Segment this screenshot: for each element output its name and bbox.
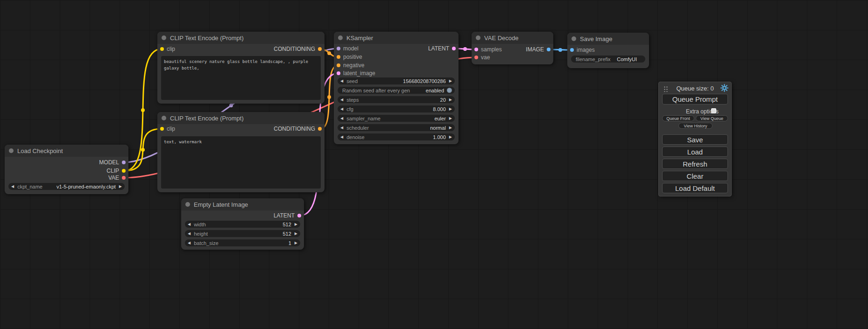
latent-image-input-port[interactable] — [337, 71, 340, 75]
widget-value: normal — [430, 125, 446, 131]
collapse-dot-icon[interactable] — [185, 202, 190, 207]
node-titlebar[interactable]: Empty Latent Image — [181, 198, 304, 210]
widget-label: cfg — [346, 106, 353, 112]
increment-arrow-icon[interactable]: ▶ — [449, 124, 452, 131]
clip-output-port[interactable] — [122, 169, 126, 173]
widget-label: steps — [346, 97, 359, 103]
node-title: Save Image — [580, 35, 612, 42]
positive-prompt-textarea[interactable]: beautiful scenery nature glass bottle la… — [161, 56, 321, 100]
vae-output-port[interactable] — [122, 176, 126, 180]
increment-arrow-icon[interactable]: ▶ — [449, 105, 452, 112]
positive-input-port[interactable] — [337, 55, 340, 59]
latent-output-port[interactable] — [297, 214, 301, 217]
save-button[interactable]: Save — [662, 134, 728, 145]
node-titlebar[interactable]: VAE Decode — [472, 32, 553, 44]
node-titlebar[interactable]: CLIP Text Encode (Prompt) — [157, 112, 325, 124]
node-clip-text-encode-negative: CLIP Text Encode (Prompt) clip CONDITION… — [157, 112, 325, 192]
model-input-port[interactable] — [337, 47, 340, 50]
load-default-button[interactable]: Load Default — [662, 183, 728, 193]
clip-input-port[interactable] — [160, 127, 164, 131]
increment-arrow-icon[interactable]: ▶ — [449, 115, 452, 122]
input-slot-images: images — [570, 46, 595, 54]
collapse-dot-icon[interactable] — [476, 35, 480, 40]
latent-output-port[interactable] — [452, 47, 456, 50]
decrement-arrow-icon[interactable]: ◀ — [340, 133, 343, 140]
refresh-button[interactable]: Refresh — [662, 159, 728, 169]
decrement-arrow-icon[interactable]: ◀ — [11, 183, 14, 190]
filename-prefix-widget[interactable]: filename_prefix ComfyUI — [571, 56, 645, 63]
extra-options-checkbox[interactable] — [711, 108, 716, 113]
denoise-widget[interactable]: ◀ denoise 1.000 ▶ — [338, 133, 455, 140]
collapse-dot-icon[interactable] — [162, 116, 166, 120]
increment-arrow-icon[interactable]: ▶ — [449, 96, 452, 103]
cfg-widget[interactable]: ◀ cfg 8.000 ▶ — [338, 105, 455, 112]
toggle-knob-icon[interactable] — [447, 88, 452, 93]
samples-input-port[interactable] — [474, 48, 478, 51]
model-output-port[interactable] — [122, 161, 126, 164]
node-titlebar[interactable]: CLIP Text Encode (Prompt) — [157, 32, 325, 44]
output-slot-clip: CLIP — [106, 167, 126, 175]
increment-arrow-icon[interactable]: ▶ — [119, 183, 122, 190]
decrement-arrow-icon[interactable]: ◀ — [340, 96, 343, 103]
widget-value: 512 — [282, 222, 291, 227]
conditioning-output-port[interactable] — [318, 127, 322, 131]
scheduler-widget[interactable]: ◀ scheduler normal ▶ — [338, 124, 455, 131]
slot-label: vae — [481, 54, 490, 61]
negative-input-port[interactable] — [337, 63, 340, 67]
widget-label: sampler_name — [346, 116, 381, 121]
sampler-name-widget[interactable]: ◀ sampler_name euler ▶ — [338, 115, 455, 122]
node-vae-decode: VAE Decode samples vae IMAGE — [472, 32, 553, 64]
vae-input-port[interactable] — [474, 56, 478, 59]
input-slot-latent-image: latent_image — [337, 70, 375, 77]
settings-gear-icon[interactable] — [720, 84, 728, 92]
queue-front-button[interactable]: Queue Front — [662, 115, 694, 121]
input-slot-clip: clip — [160, 125, 175, 133]
collapse-dot-icon[interactable] — [572, 36, 576, 41]
node-titlebar[interactable]: Save Image — [567, 33, 649, 45]
increment-arrow-icon[interactable]: ▶ — [295, 221, 297, 228]
node-titlebar[interactable]: Load Checkpoint — [5, 145, 128, 157]
widget-label: filename_prefix — [576, 56, 611, 62]
widget-label: Random seed after every gen — [342, 88, 410, 93]
negative-prompt-textarea[interactable]: text, watermark — [161, 136, 321, 189]
seed-widget[interactable]: ◀ seed 156680208700286 ▶ — [338, 77, 455, 84]
steps-widget[interactable]: ◀ steps 20 ▶ — [338, 96, 455, 103]
height-widget[interactable]: ◀ height 512 ▶ — [185, 230, 300, 237]
decrement-arrow-icon[interactable]: ◀ — [340, 105, 343, 112]
ckpt-name-widget[interactable]: ◀ ckpt_name v1-5-pruned-emaonly.ckpt ▶ — [8, 183, 125, 190]
queue-prompt-button[interactable]: Queue Prompt — [662, 94, 728, 105]
decrement-arrow-icon[interactable]: ◀ — [340, 115, 343, 122]
increment-arrow-icon[interactable]: ▶ — [449, 133, 452, 140]
widget-value: euler — [434, 116, 445, 121]
decrement-arrow-icon[interactable]: ◀ — [340, 124, 343, 131]
slot-label: clip — [167, 126, 175, 132]
view-history-button[interactable]: View History — [678, 123, 713, 129]
decrement-arrow-icon[interactable]: ◀ — [188, 230, 191, 237]
increment-arrow-icon[interactable]: ▶ — [295, 230, 297, 237]
clip-input-port[interactable] — [160, 47, 164, 51]
widget-value: 512 — [282, 231, 291, 237]
widget-value: 1.000 — [433, 134, 446, 140]
random-seed-toggle-widget[interactable]: Random seed after every gen enabled — [338, 87, 455, 94]
collapse-dot-icon[interactable] — [338, 35, 343, 40]
wire-midpoint-dot — [558, 48, 562, 52]
images-input-port[interactable] — [570, 48, 574, 52]
clear-button[interactable]: Clear — [662, 171, 728, 181]
batch-size-widget[interactable]: ◀ batch_size 1 ▶ — [185, 239, 300, 246]
collapse-dot-icon[interactable] — [162, 35, 166, 40]
slot-label: latent_image — [343, 70, 375, 77]
slot-label: CONDITIONING — [274, 46, 315, 52]
view-queue-button[interactable]: View Queue — [696, 115, 728, 121]
load-button[interactable]: Load — [662, 147, 728, 157]
increment-arrow-icon[interactable]: ▶ — [449, 77, 452, 84]
increment-arrow-icon[interactable]: ▶ — [295, 239, 297, 246]
conditioning-output-port[interactable] — [318, 47, 322, 51]
node-titlebar[interactable]: KSampler — [334, 32, 459, 44]
decrement-arrow-icon[interactable]: ◀ — [188, 221, 191, 228]
image-output-port[interactable] — [547, 48, 550, 51]
width-widget[interactable]: ◀ width 512 ▶ — [185, 221, 300, 228]
collapse-dot-icon[interactable] — [9, 148, 14, 153]
decrement-arrow-icon[interactable]: ◀ — [188, 239, 191, 246]
output-slot-latent: LATENT — [428, 45, 456, 52]
decrement-arrow-icon[interactable]: ◀ — [340, 77, 343, 84]
